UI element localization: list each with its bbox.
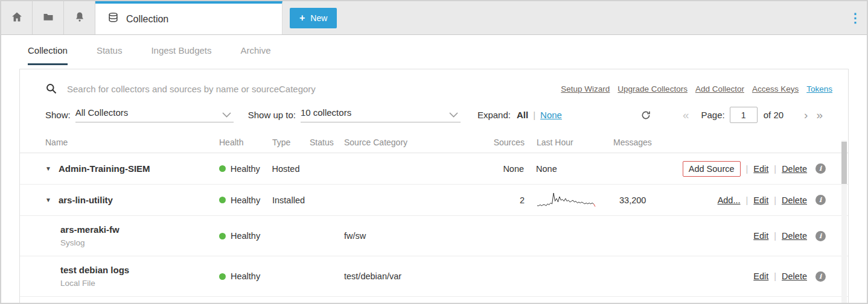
setup-wizard-link[interactable]: Setup Wizard — [561, 84, 610, 93]
source-type-subtitle: Local File — [60, 279, 129, 288]
show-dropdown-value: All Collectors — [75, 107, 129, 118]
library-button[interactable] — [33, 1, 64, 34]
separator: | — [533, 110, 535, 120]
collection-document-tab[interactable]: Collection — [95, 1, 282, 34]
separator: | — [746, 164, 748, 174]
plus-icon: + — [299, 13, 305, 23]
delete-link[interactable]: Delete — [782, 231, 807, 241]
info-icon[interactable]: i — [815, 271, 826, 282]
header-name: Name — [45, 138, 219, 147]
upgrade-collectors-link[interactable]: Upgrade Collectors — [617, 84, 688, 93]
edit-link[interactable]: Edit — [753, 164, 768, 174]
health-dot-icon — [219, 197, 226, 203]
expand-label: Expand: — [477, 110, 511, 120]
source-category-cell: test/debian/var — [344, 271, 465, 281]
chevron-down-icon — [449, 112, 461, 118]
expand-all-option[interactable]: All — [517, 110, 528, 120]
home-button[interactable] — [1, 1, 33, 34]
new-button-label: New — [310, 13, 327, 23]
header-last-hour: Last Hour — [537, 138, 605, 147]
page-total: of 20 — [764, 110, 783, 120]
header-health: Health — [219, 138, 272, 147]
messages-cell: 33,200 — [605, 195, 683, 205]
new-button[interactable]: + New — [290, 8, 337, 28]
separator: | — [746, 195, 748, 205]
search-row: Setup Wizard Upgrade Collectors Add Coll… — [20, 69, 848, 100]
folder-icon — [42, 11, 54, 25]
source-name: ars-meraki-fw — [60, 224, 120, 235]
health-label: Healthy — [231, 271, 260, 281]
table-row[interactable]: ars-meraki-fw Syslog Healthy fw/sw Edit … — [20, 216, 848, 256]
health-label: Healthy — [231, 195, 260, 205]
health-label: Healthy — [231, 231, 260, 241]
table-row[interactable]: ▼ ars-lin-utility Healthy Installed 2 33… — [20, 185, 848, 216]
document-tab-title: Collection — [126, 14, 168, 25]
edit-link[interactable]: Edit — [753, 231, 768, 241]
kebab-menu-icon[interactable]: ⋮ — [844, 1, 867, 34]
table-row[interactable]: ▼ Admin-Training-SIEM Healthy Hosted Non… — [20, 153, 848, 185]
header-status: Status — [310, 138, 344, 147]
info-icon[interactable]: i — [815, 231, 826, 241]
chevron-down-icon — [222, 112, 234, 118]
edit-link[interactable]: Edit — [753, 195, 768, 205]
add-collector-link[interactable]: Add Collector — [695, 84, 744, 93]
add-source-link[interactable]: Add... — [718, 195, 741, 205]
tab-status[interactable]: Status — [97, 35, 123, 65]
first-page-icon[interactable]: « — [683, 109, 691, 122]
show-label: Show: — [45, 110, 71, 120]
type-cell: Installed — [272, 195, 310, 205]
last-page-icon[interactable]: » — [816, 109, 824, 122]
health-dot-icon — [219, 273, 226, 280]
section-tabs: Collection Status Ingest Budgets Archive — [1, 35, 867, 65]
header-type: Type — [272, 138, 310, 147]
topbar-spacer — [337, 1, 844, 34]
tab-ingest-budgets[interactable]: Ingest Budgets — [151, 35, 211, 65]
scrollbar-thumb[interactable] — [841, 142, 847, 184]
show-up-to-label: Show up to: — [248, 110, 296, 120]
health-label: Healthy — [231, 164, 260, 174]
table-row[interactable]: test debian logs Local File Healthy test… — [20, 256, 848, 297]
page-label: Page: — [701, 110, 725, 120]
expand-none-option[interactable]: None — [540, 110, 562, 120]
sources-cell: 2 — [465, 195, 525, 205]
vertical-scrollbar[interactable] — [841, 141, 847, 303]
table-header: Name Health Type Status Source Category … — [20, 131, 848, 153]
source-type-subtitle: Syslog — [60, 238, 120, 247]
delete-link[interactable]: Delete — [782, 195, 807, 205]
show-dropdown[interactable]: All Collectors — [75, 107, 234, 122]
collapse-arrow-icon[interactable]: ▼ — [45, 165, 51, 172]
search-input[interactable] — [67, 84, 561, 94]
delete-link[interactable]: Delete — [782, 271, 807, 281]
page-number-input[interactable] — [730, 107, 758, 123]
tab-collection[interactable]: Collection — [28, 35, 68, 65]
source-category-cell: fw/sw — [344, 231, 465, 241]
collection-panel: Setup Wizard Upgrade Collectors Add Coll… — [19, 69, 849, 303]
search-icon — [45, 83, 57, 95]
header-sources: Sources — [465, 138, 525, 147]
add-source-button[interactable]: Add Source — [683, 161, 741, 177]
collapse-arrow-icon[interactable]: ▼ — [45, 197, 51, 203]
separator: | — [774, 164, 776, 174]
tab-archive[interactable]: Archive — [240, 35, 270, 65]
separator: | — [774, 195, 776, 205]
filter-row: Show: All Collectors Show up to: 10 coll… — [20, 100, 848, 130]
info-icon[interactable]: i — [815, 195, 826, 205]
last-hour-cell: None — [536, 164, 604, 174]
delete-link[interactable]: Delete — [782, 164, 807, 174]
tokens-link[interactable]: Tokens — [806, 84, 832, 93]
next-page-icon[interactable]: › — [804, 109, 808, 122]
health-dot-icon — [219, 165, 226, 172]
notifications-button[interactable] — [64, 1, 95, 34]
refresh-icon[interactable] — [640, 110, 651, 121]
header-source-category: Source Category — [344, 138, 465, 147]
show-up-to-dropdown[interactable]: 10 collectors — [301, 107, 461, 122]
last-hour-sparkline — [537, 191, 605, 210]
sources-cell: None — [464, 164, 524, 174]
info-icon[interactable]: i — [815, 163, 826, 174]
health-dot-icon — [219, 233, 226, 239]
edit-link[interactable]: Edit — [753, 271, 768, 281]
access-keys-link[interactable]: Access Keys — [752, 84, 799, 93]
type-cell: Hosted — [272, 164, 310, 174]
separator: | — [774, 271, 776, 281]
bell-icon — [74, 11, 86, 25]
